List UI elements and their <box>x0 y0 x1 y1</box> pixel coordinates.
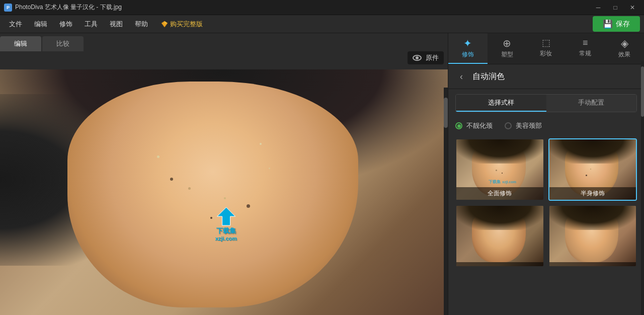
thumb-label-2: 半身修饰 <box>549 187 636 200</box>
tab-sculpt[interactable]: ⊕ 塑型 <box>488 33 527 64</box>
glitter-7 <box>157 155 159 158</box>
tg-4 <box>586 175 587 176</box>
menu-tools[interactable]: 工具 <box>79 18 103 31</box>
no-neck-label: 不靓化颈 <box>466 121 493 130</box>
main-area: 编辑 比较 原件 <box>0 33 644 315</box>
canvas-tabs: 编辑 比较 <box>0 33 448 51</box>
thumb-hair-1 <box>456 139 543 164</box>
preview-bar: 原件 <box>408 51 444 64</box>
thumb-img-4 <box>549 206 636 266</box>
tab-edit[interactable]: 编辑 <box>0 36 41 51</box>
portrait-image: 下载集 xzji.com <box>0 69 448 315</box>
tab-effect[interactable]: ◈ 效果 <box>605 33 644 64</box>
minimize-button[interactable]: ─ <box>591 3 606 13</box>
diamond-icon <box>161 21 168 28</box>
canvas-image: 下载集 xzji.com <box>0 69 448 315</box>
tg-3 <box>590 169 591 170</box>
thumb-3[interactable] <box>455 205 544 267</box>
thumb-label-4 <box>549 262 636 266</box>
save-button[interactable]: 💾 保存 <box>593 16 640 32</box>
glitter-5 <box>247 204 250 208</box>
buy-label: 购买完整版 <box>170 20 203 29</box>
tab-regular[interactable]: ≡ 常规 <box>566 33 605 64</box>
canvas-scrollbar-thumb <box>444 98 448 128</box>
face-shape <box>67 82 359 307</box>
section-header: ‹ 自动润色 <box>448 64 644 89</box>
tg-2 <box>502 173 503 174</box>
menu-help[interactable]: 帮助 <box>130 18 153 31</box>
tab-sculpt-label: 塑型 <box>501 50 513 59</box>
sub-tab-manual[interactable]: 手动配置 <box>546 95 637 112</box>
tab-makeup-label: 彩妆 <box>540 49 552 58</box>
toggle-beauty-neck[interactable]: 美容颈部 <box>505 121 542 130</box>
eye-icon <box>413 55 422 61</box>
menu-retouch[interactable]: 修饰 <box>54 18 77 31</box>
titlebar: P PhotoDiva 艺术人像 量子汉化 - 下载.jpg ─ □ ✕ <box>0 0 644 15</box>
glitter-3 <box>170 178 173 181</box>
preview-label: 原件 <box>426 53 439 62</box>
regular-icon: ≡ <box>583 38 588 47</box>
save-label: 保存 <box>616 20 630 29</box>
thumb-hair-2 <box>549 139 636 164</box>
menu-view[interactable]: 视图 <box>105 18 128 31</box>
sculpt-icon: ⊕ <box>503 38 511 48</box>
makeup-icon: ⬚ <box>542 38 550 47</box>
panel-tabs: ✦ 修饰 ⊕ 塑型 ⬚ 彩妆 ≡ 常规 ◈ 效果 <box>448 33 644 64</box>
tab-regular-label: 常规 <box>579 49 591 58</box>
toggle-row: 不靓化颈 美容颈部 <box>448 117 644 134</box>
thumb-4[interactable] <box>548 205 637 267</box>
app-title: PhotoDiva 艺术人像 量子汉化 - 下载.jpg <box>15 3 122 12</box>
app-icon: P <box>4 4 12 12</box>
close-button[interactable]: ✕ <box>625 3 640 13</box>
panel-scrollbar[interactable] <box>641 61 644 315</box>
thumb-full-retouch[interactable]: 下载集 xzji.com 全面修饰 <box>455 138 544 201</box>
save-icon: 💾 <box>603 19 613 29</box>
tab-makeup[interactable]: ⬚ 彩妆 <box>527 33 566 64</box>
menubar: 文件 编辑 修饰 工具 视图 帮助 购买完整版 💾 保存 <box>0 15 644 33</box>
thumb-half-retouch[interactable]: 半身修饰 <box>548 138 637 201</box>
tab-retouch-label: 修饰 <box>462 50 474 59</box>
thumb-grid: 下载集 xzji.com 全面修饰 半身修饰 <box>448 134 644 271</box>
sub-tab-style[interactable]: 选择式样 <box>456 95 546 112</box>
section-title: 自动润色 <box>472 71 505 82</box>
titlebar-left: P PhotoDiva 艺术人像 量子汉化 - 下载.jpg <box>4 3 122 12</box>
menu-file[interactable]: 文件 <box>4 18 27 31</box>
canvas-scrollbar[interactable] <box>444 88 448 315</box>
thumb-label-3 <box>456 262 543 266</box>
tab-effect-label: 效果 <box>618 50 630 59</box>
radio-no-neck <box>455 122 462 129</box>
thumb-label-1: 全面修饰 <box>456 187 543 200</box>
toggle-no-neck[interactable]: 不靓化颈 <box>455 121 493 130</box>
radio-beauty-neck <box>505 122 512 129</box>
titlebar-controls: ─ □ ✕ <box>591 3 640 13</box>
sub-tabs: 选择式样 手动配置 <box>455 94 637 112</box>
tab-compare[interactable]: 比较 <box>42 36 84 51</box>
buy-button[interactable]: 购买完整版 <box>155 18 209 31</box>
glitter-2 <box>224 197 226 199</box>
menu-edit[interactable]: 编辑 <box>29 18 52 31</box>
effect-icon: ◈ <box>621 38 628 48</box>
thumb-hair-4 <box>549 206 636 230</box>
canvas-area: 编辑 比较 原件 <box>0 33 448 315</box>
retouch-icon: ✦ <box>463 38 472 48</box>
thumb-hair-3 <box>456 206 543 230</box>
maximize-button[interactable]: □ <box>608 3 623 13</box>
tab-retouch[interactable]: ✦ 修饰 <box>448 33 488 64</box>
right-panel: ✦ 修饰 ⊕ 塑型 ⬚ 彩妆 ≡ 常规 ◈ 效果 ‹ <box>448 33 644 315</box>
tg-1 <box>496 170 497 171</box>
thumb-img-3 <box>456 206 543 266</box>
panel-content: ‹ 自动润色 选择式样 手动配置 不靓化颈 美容颈部 <box>448 64 644 315</box>
back-button[interactable]: ‹ <box>455 70 467 83</box>
beauty-neck-label: 美容颈部 <box>516 121 542 130</box>
panel-scrollbar-thumb <box>641 66 644 117</box>
